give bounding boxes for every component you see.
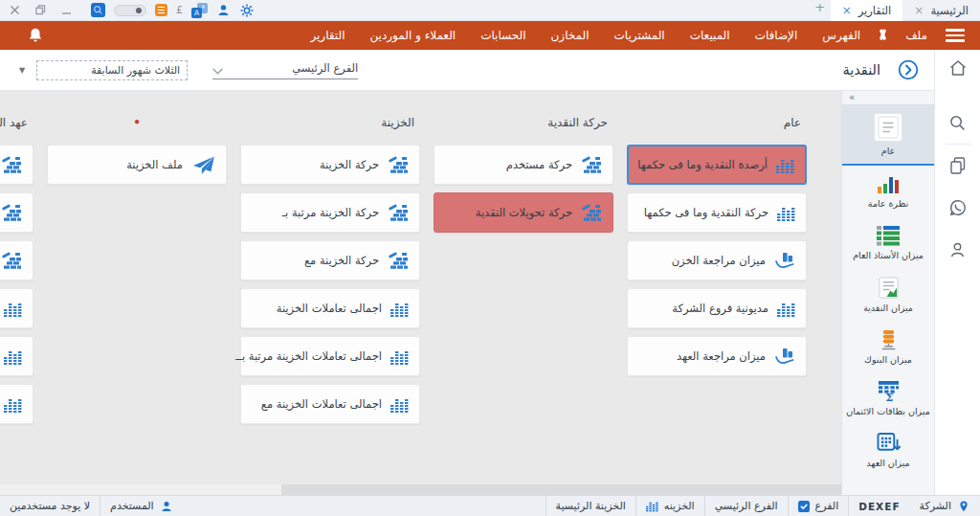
report-card-label: حركة الخزينة مع: [304, 254, 379, 267]
sidebar-item-general-ledger[interactable]: ميزان الأستاذ العام: [842, 217, 934, 269]
whatsapp-icon[interactable]: [948, 198, 968, 217]
report-card-label: ملف الخزينة: [126, 158, 183, 171]
stats-icon: [776, 156, 794, 174]
home-icon[interactable]: [948, 58, 968, 78]
minimize-icon[interactable]: [61, 5, 72, 15]
currency-symbol[interactable]: £: [176, 4, 183, 16]
report-card[interactable]: اجمالى تعاملات الخزينة: [240, 288, 420, 328]
rail-divider: [946, 144, 970, 145]
report-card[interactable]: حركة الخزينة: [240, 145, 420, 185]
tab-reports-label: التقارير: [858, 4, 892, 17]
status-branch-value[interactable]: الفرع الرئيسي: [704, 496, 788, 516]
branch-select[interactable]: الفرع الرئيسي: [212, 61, 358, 79]
stats-icon: [4, 348, 22, 366]
statusbar: الشركة DEXEF الفرع الفرع الرئيسي الخزينه…: [0, 495, 980, 516]
horizontal-scrollbar[interactable]: [0, 484, 841, 495]
theme-toggle[interactable]: [114, 5, 146, 16]
report-card[interactable]: [0, 192, 33, 233]
scrollbar-thumb[interactable]: [281, 484, 841, 495]
menu-reports[interactable]: التقارير: [298, 29, 357, 42]
menu-index[interactable]: الفهرس: [810, 29, 873, 42]
sidebar-item-label: ميزان النقدية: [863, 303, 913, 313]
sidebar-item-banks-balance[interactable]: ميزان البنوك: [842, 321, 934, 372]
report-card-label: اجمالى تعاملات الخزينة: [277, 302, 382, 315]
restore-icon[interactable]: [35, 5, 46, 15]
stats-icon: [777, 300, 795, 318]
sidebar-item-cash-balance[interactable]: ميزان النقدية: [842, 269, 934, 321]
menu-accounts[interactable]: الحسابات: [468, 29, 538, 42]
gear-icon[interactable]: [239, 3, 255, 18]
report-card[interactable]: [0, 288, 33, 328]
user-icon[interactable]: [216, 3, 231, 17]
report-card[interactable]: ملف الخزينة: [47, 145, 227, 185]
report-card[interactable]: مديونية فروع الشركة: [627, 288, 807, 328]
stats-icon: [777, 204, 795, 222]
menubar: ملف الفهرس الإضافات المبيعات المشتريات ا…: [0, 21, 980, 50]
sidebar-item-overview[interactable]: نظرة عامة: [842, 166, 934, 217]
tab-home-close-icon[interactable]: ×: [914, 5, 924, 16]
sidebar-item-credit-cards-balance[interactable]: ميزان بطاقات الائتمان: [842, 372, 934, 424]
report-card[interactable]: اجمالى تعاملات الخزينة مع: [240, 384, 420, 424]
status-company-value[interactable]: DEXEF: [848, 496, 909, 516]
hand-buildings-icon: [774, 348, 795, 366]
menu-sales[interactable]: المبيعات: [678, 29, 743, 42]
report-card-label: حركة مستخدم: [506, 158, 572, 171]
group-treasury: الخزينة حركة الخزينة حركة الخزينة مرتبة …: [240, 116, 420, 432]
report-card[interactable]: [0, 240, 33, 280]
sidebar-item-custody-balance[interactable]: ميزان العهد: [842, 424, 934, 476]
sidebar-item-label: ميزان بطاقات الائتمان: [846, 406, 930, 416]
contact-person-icon[interactable]: [948, 240, 967, 258]
copy-documents-icon[interactable]: [948, 156, 968, 175]
report-card-label: ميزان مراجعة العهد: [677, 349, 766, 363]
menu-stores[interactable]: المخازن: [539, 29, 602, 42]
status-company[interactable]: الشركة: [910, 496, 980, 516]
tab-reports-close-icon[interactable]: ×: [842, 5, 852, 16]
menu-purchases[interactable]: المشتريات: [601, 29, 677, 42]
new-tab-button[interactable]: +: [810, 0, 831, 21]
sidebar-item-general[interactable]: عام: [842, 104, 934, 166]
report-card[interactable]: ميزان مراجعة العهد: [627, 336, 807, 376]
report-card-label: حركة الخزينة: [320, 158, 379, 171]
chevron-down-icon[interactable]: [212, 68, 223, 75]
menu-file[interactable]: ملف: [893, 29, 940, 42]
report-card[interactable]: ميزان مراجعة الخزن: [627, 240, 807, 280]
tab-home[interactable]: الرئيسية ×: [902, 0, 980, 21]
close-icon[interactable]: [10, 5, 20, 15]
status-treasury[interactable]: الخزينه: [635, 496, 704, 516]
tab-home-label: الرئيسية: [930, 4, 969, 17]
translate-icon[interactable]: [191, 3, 208, 18]
report-card[interactable]: حركة الخزينة مرتبة بـ: [240, 192, 420, 233]
status-user[interactable]: المستخدم: [100, 496, 183, 516]
status-treasury-value[interactable]: الخزينة الرئيسية: [546, 496, 635, 516]
period-select[interactable]: الثلاث شهور السابقة: [36, 60, 188, 80]
group-title: عهد الم: [0, 116, 33, 145]
menu-clients-suppliers[interactable]: العملاء و الموردين: [357, 29, 468, 42]
report-card[interactable]: اجمالى تعاملات الخزينة مرتبة بــ: [240, 336, 420, 376]
report-card[interactable]: [0, 145, 33, 185]
report-card[interactable]: [0, 336, 33, 376]
search-rail-icon[interactable]: [948, 114, 967, 132]
status-user-value[interactable]: لا يوجد مستخدمين: [0, 496, 100, 516]
report-card[interactable]: حركة الخزينة مع: [240, 240, 420, 280]
status-branch[interactable]: الفرع: [788, 496, 849, 516]
period-dropdown-icon[interactable]: ▼: [15, 64, 29, 77]
report-categories-panel: » عام نظرة عامة ميزان الأستاذ العام ميزا…: [841, 91, 934, 495]
notifications-bell-icon[interactable]: [10, 27, 61, 44]
menu-addons[interactable]: الإضافات: [743, 29, 811, 42]
tab-reports[interactable]: التقارير ×: [831, 0, 903, 21]
window-controls: [0, 5, 85, 15]
panel-collapse-icon[interactable]: »: [842, 91, 934, 102]
search-icon[interactable]: [91, 3, 105, 17]
status-branch-label: الفرع: [815, 500, 839, 512]
report-card[interactable]: حركة النقدية وما فى حكمها: [627, 192, 807, 233]
report-card[interactable]: أرصدة النقدية وما فى حكمها: [627, 145, 807, 185]
hamburger-menu-icon[interactable]: [946, 29, 965, 42]
collapse-panel-icon[interactable]: [898, 59, 919, 80]
location-pin-icon: [957, 500, 970, 513]
group-title: الخزينة: [240, 116, 420, 145]
report-card[interactable]: حركة مستخدم: [434, 145, 613, 185]
group-title: حركة النقدية: [434, 116, 613, 145]
report-card[interactable]: [0, 384, 33, 424]
report-card[interactable]: حركة تحويلات النقدية: [434, 192, 613, 233]
list-icon[interactable]: [155, 4, 167, 16]
